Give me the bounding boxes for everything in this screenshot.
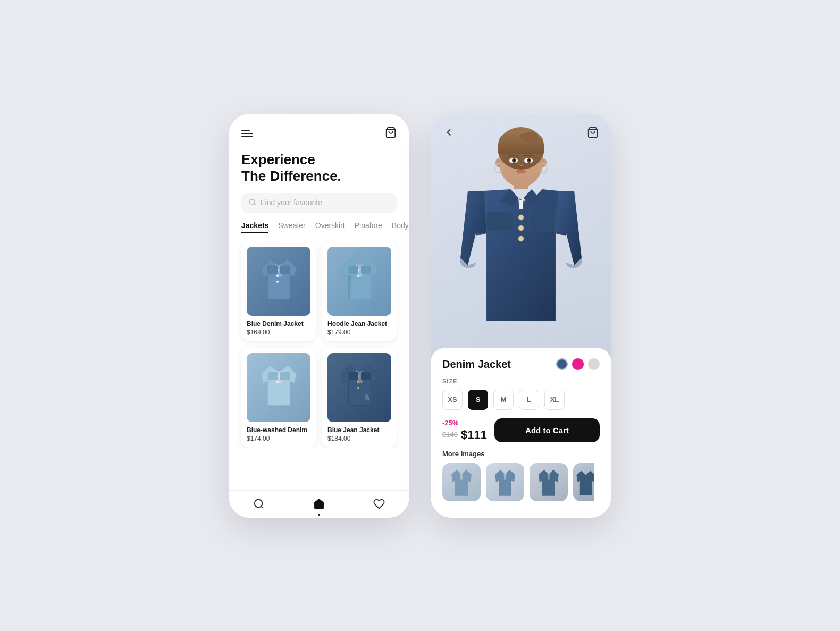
more-images-label: More Images (442, 450, 600, 458)
color-dot-2[interactable] (572, 358, 584, 370)
categories-nav: Jackets Sweater Overskirt Pinafore Body (229, 221, 409, 241)
category-overskirt[interactable]: Overskirt (315, 221, 345, 233)
svg-point-40 (518, 215, 524, 220)
search-bar[interactable]: Find your favourite (241, 193, 397, 213)
product-image-1 (247, 247, 310, 316)
svg-rect-10 (348, 266, 358, 274)
nav-search[interactable] (253, 498, 265, 512)
product-image-2 (327, 247, 391, 316)
svg-rect-15 (280, 372, 290, 380)
thumbnail-4[interactable] (573, 463, 594, 501)
discount-badge: -25% (442, 419, 487, 427)
right-phone: Denim Jacket SIZE XS S M L XL -2 (431, 114, 611, 518)
product-card-2[interactable]: Hoodie Jean Jacket $179.00 (322, 241, 397, 341)
svg-line-2 (254, 204, 256, 205)
thumbnail-2[interactable] (486, 463, 524, 501)
svg-point-23 (254, 499, 262, 507)
product-card-1[interactable]: Blue Denim Jacket $169.00 (241, 241, 316, 341)
detail-title-row: Denim Jacket (442, 358, 600, 371)
color-dot-1[interactable] (556, 358, 568, 370)
svg-point-4 (276, 275, 278, 277)
products-grid: Blue Denim Jacket $169.00 Hoodi (229, 241, 409, 448)
add-to-cart-button[interactable]: Add to Cart (494, 418, 600, 442)
product-name-2: Hoodie Jean Jacket (327, 320, 391, 327)
svg-rect-7 (280, 266, 290, 274)
product-price-1: $169.00 (247, 329, 310, 336)
thumbnail-row (442, 463, 600, 501)
size-label: SIZE (442, 378, 600, 384)
cart-icon[interactable] (385, 127, 397, 141)
cart-icon-right[interactable] (587, 127, 599, 141)
svg-point-41 (518, 225, 524, 231)
svg-rect-6 (267, 266, 277, 274)
product-price-2: $179.00 (327, 329, 391, 336)
svg-rect-19 (348, 372, 358, 380)
category-jackets[interactable]: Jackets (241, 221, 268, 233)
hamburger-menu[interactable] (241, 130, 253, 137)
category-pinafore[interactable]: Pinafore (355, 221, 382, 233)
product-price-3: $174.00 (247, 435, 310, 442)
size-s[interactable]: S (468, 390, 488, 410)
bottom-navigation (229, 490, 409, 518)
size-m[interactable]: M (493, 390, 514, 410)
price-info: -25% $148 $111 (442, 419, 487, 442)
product-image-4 (327, 353, 391, 422)
svg-point-42 (518, 236, 524, 241)
svg-point-36 (514, 159, 516, 161)
svg-point-28 (495, 158, 502, 167)
svg-point-9 (357, 275, 359, 277)
product-card-4[interactable]: Blue Jean Jacket $184.00 (322, 348, 397, 448)
product-name-4: Blue Jean Jacket (327, 426, 391, 434)
product-detail-sheet: Denim Jacket SIZE XS S M L XL -2 (431, 348, 611, 518)
model-svg (436, 114, 606, 380)
svg-point-29 (540, 158, 547, 167)
nav-wishlist[interactable] (373, 498, 385, 512)
right-header (431, 114, 611, 141)
size-xs[interactable]: XS (442, 390, 463, 410)
size-l[interactable]: L (519, 390, 539, 410)
jacket-img-3 (256, 361, 301, 414)
jacket-img-4 (337, 361, 382, 414)
product-card-3[interactable]: Blue-washed Denim $174.00 (241, 348, 316, 448)
svg-point-1 (250, 199, 255, 204)
more-images-section: More Images (442, 450, 600, 501)
size-xl[interactable]: XL (544, 390, 565, 410)
left-phone: Experience The Difference. Find your fav… (229, 114, 409, 518)
svg-rect-20 (361, 372, 371, 380)
nav-home[interactable] (313, 498, 325, 512)
color-dot-3[interactable] (588, 358, 600, 370)
svg-point-17 (357, 381, 359, 383)
svg-line-24 (261, 506, 263, 508)
thumbnail-1[interactable] (442, 463, 481, 501)
color-options (556, 358, 600, 370)
product-name-3: Blue-washed Denim (247, 426, 310, 434)
search-placeholder: Find your favourite (261, 198, 322, 207)
product-name-1: Blue Denim Jacket (247, 320, 310, 327)
svg-point-18 (357, 387, 359, 389)
category-body[interactable]: Body (392, 221, 409, 233)
final-price: $111 (461, 428, 487, 442)
original-price: $148 (442, 431, 458, 439)
category-sweater[interactable]: Sweater (278, 221, 305, 233)
price-cart-row: -25% $148 $111 Add to Cart (442, 418, 600, 442)
svg-rect-14 (267, 372, 277, 380)
svg-rect-38 (486, 212, 513, 231)
jacket-img-2 (337, 255, 382, 308)
back-button[interactable] (443, 127, 454, 140)
left-header (229, 114, 409, 147)
search-icon (249, 198, 256, 207)
size-selector: XS S M L XL (442, 390, 600, 410)
product-image-3 (247, 353, 310, 422)
svg-point-13 (276, 381, 278, 383)
svg-point-37 (529, 159, 531, 161)
product-price-4: $184.00 (327, 435, 391, 442)
svg-point-5 (276, 281, 278, 283)
jacket-img-1 (256, 255, 301, 308)
svg-rect-39 (529, 212, 556, 231)
product-detail-title: Denim Jacket (442, 358, 511, 371)
svg-rect-11 (361, 266, 371, 274)
hero-title: Experience The Difference. (229, 147, 409, 193)
thumbnail-3[interactable] (530, 463, 568, 501)
